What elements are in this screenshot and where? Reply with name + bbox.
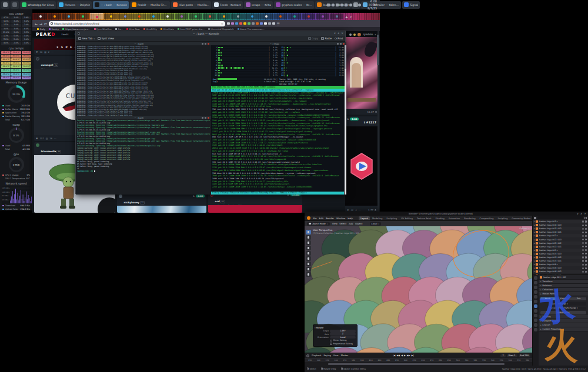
annotate-tool[interactable] (306, 262, 311, 266)
account-name[interactable]: ryivhnn (363, 33, 373, 36)
properties-section-visibility[interactable]: ▸Visibility (539, 315, 588, 319)
browser-tab[interactable] (273, 14, 287, 19)
menu-button[interactable]: ☰ (277, 22, 280, 26)
editor-type-icon[interactable] (306, 354, 309, 357)
outliner-search-input[interactable] (537, 216, 583, 219)
author-name[interactable]: nickyhavey (124, 201, 140, 204)
more-icon[interactable]: ⋯ (54, 137, 56, 140)
post-card[interactable]: nickyhavey73 16 hours ago ∧6.68 New Drum… (117, 193, 206, 213)
properties-tab-world[interactable] (534, 300, 537, 303)
post-title[interactable]: t #1217 (345, 120, 378, 125)
browser-tab[interactable] (132, 14, 146, 19)
browser-tab[interactable] (161, 14, 174, 19)
properties-tab-data[interactable] (534, 323, 537, 327)
properties-tab-modifiers[interactable] (534, 309, 537, 313)
properties-section-custom-properties[interactable]: ▸Custom Properties (539, 327, 588, 331)
new-tab-button[interactable]: + (345, 15, 348, 19)
browser-tab[interactable] (245, 14, 259, 19)
taskbar-item[interactable]: Feeds - Kontact (212, 1, 242, 9)
browser-tab[interactable] (118, 14, 132, 19)
taskbar-item[interactable]: PeakD — Mozilla Firefox (130, 1, 170, 9)
extension-icon[interactable] (243, 22, 246, 25)
axis-field[interactable]: Z (330, 333, 356, 336)
tray-battery-icon[interactable] (349, 4, 352, 6)
browser-tab[interactable] (104, 14, 118, 19)
blender-titlebar[interactable]: Blender* [/home/yak/Graphics/wip/gryphon… (305, 212, 588, 216)
extension-icon[interactable] (227, 22, 230, 25)
mirror-editing-checkbox[interactable] (330, 340, 332, 342)
properties-tab-object[interactable] (534, 304, 537, 308)
workspace-tab[interactable]: Layout (359, 216, 370, 220)
browser-tab[interactable] (217, 14, 230, 19)
menu-file[interactable]: File (313, 217, 317, 220)
timeline-scrollbar[interactable] (328, 363, 505, 365)
comments-icon[interactable]: ▤ (44, 51, 46, 53)
theme-toggle-icon[interactable] (349, 33, 352, 36)
menu-edit[interactable]: Edit (319, 217, 324, 220)
measure-tool[interactable] (306, 267, 311, 272)
htop-scrollbar-thumb[interactable] (345, 45, 347, 69)
orientation-dropdown[interactable]: Local∨ (370, 222, 382, 226)
timeline-menu-playback[interactable]: Playback (312, 354, 321, 357)
angle-field[interactable]: 1.95° (330, 330, 356, 333)
peakd-nav-item[interactable]: Feeds (61, 33, 68, 36)
mp-button-tails[interactable]: Tails (571, 297, 586, 300)
cursor-tool[interactable] (306, 235, 311, 240)
browser-tab[interactable] (189, 14, 202, 19)
tray-bluetooth-icon[interactable] (332, 4, 335, 6)
menu-window[interactable]: Window (336, 217, 345, 220)
taskbar-item[interactable]: scraps — Krita (244, 1, 273, 9)
extension-icon[interactable] (252, 22, 255, 25)
taskbar-item[interactable]: WhatsApp for Linux (20, 1, 56, 9)
pane-close-icon[interactable] (208, 117, 209, 119)
taskbar-item[interactable]: Hive posts — Mozilla Firefox (171, 1, 211, 9)
tray-keyboard-icon[interactable] (358, 4, 361, 6)
play-reverse-button[interactable]: ◀ (401, 354, 403, 357)
more-icon[interactable]: ⋯ (51, 51, 54, 53)
post-image[interactable] (208, 205, 302, 213)
likes-icon[interactable]: ♥ (36, 51, 38, 53)
next-keyframe-button[interactable]: ▶▶ (407, 354, 410, 357)
workspace-tab[interactable]: UV Editing (399, 216, 415, 220)
likes-count[interactable]: 38 (39, 51, 42, 53)
workspace-tab[interactable]: Compositing (478, 216, 496, 220)
transform-tool[interactable] (306, 256, 311, 261)
proportional-editing-checkbox[interactable] (330, 343, 332, 345)
taskbar-item[interactable]: Signal (402, 1, 420, 9)
pane-maximize-icon[interactable] (205, 117, 206, 119)
clock[interactable]: 6:08 PM 8/7/23 (368, 0, 377, 10)
update-paths-button[interactable]: Update Paths (540, 311, 586, 314)
comments-count[interactable]: 2 (48, 51, 49, 53)
comments-count[interactable]: 26 (49, 137, 52, 140)
avatar[interactable] (358, 33, 361, 36)
properties-tab-render[interactable] (534, 281, 537, 284)
viewport-menu-object[interactable]: Object (355, 222, 363, 225)
extension-icon[interactable] (264, 22, 267, 25)
browser-tab[interactable] (76, 14, 89, 19)
split-view-button[interactable]: Split View (98, 37, 114, 40)
workspace-tab[interactable]: Geometry Nodes (510, 216, 532, 220)
outliner-filter-icon[interactable] (584, 217, 587, 219)
select-tool[interactable] (306, 230, 311, 234)
new-tab-button[interactable]: New Tab∨ (78, 37, 95, 40)
pane-close-icon[interactable] (343, 43, 345, 45)
taskbar-item[interactable]: Pictures — Dolphin (57, 1, 92, 9)
browser-tab[interactable] (90, 14, 103, 19)
workspace-tab[interactable]: Animation (447, 216, 462, 220)
properties-section-line-art[interactable]: ▸Line Art (539, 323, 588, 327)
maximize-button[interactable]: ∧ (580, 213, 582, 215)
properties-section-viewport-display[interactable]: ▸Viewport Display (539, 319, 588, 323)
forward-button[interactable]: → (39, 22, 42, 26)
workspace-tab[interactable]: Rendering (462, 216, 477, 220)
properties-tab-output[interactable] (534, 286, 537, 289)
find-button[interactable]: Find (335, 37, 343, 40)
browser-tab[interactable] (330, 14, 343, 19)
viewport-3d[interactable]: User Perspective (7) Scene Collection | … (305, 226, 532, 353)
properties-section-relations[interactable]: ▸Relations (539, 284, 588, 288)
likes-count[interactable]: 107 (39, 137, 44, 140)
paste-button[interactable]: Paste (321, 37, 332, 40)
options-dropdown[interactable]: Options ∨ (519, 227, 530, 230)
avatar[interactable] (36, 57, 39, 61)
workspace-tab[interactable]: Scripting (496, 216, 509, 220)
extension-icon[interactable] (268, 22, 271, 25)
